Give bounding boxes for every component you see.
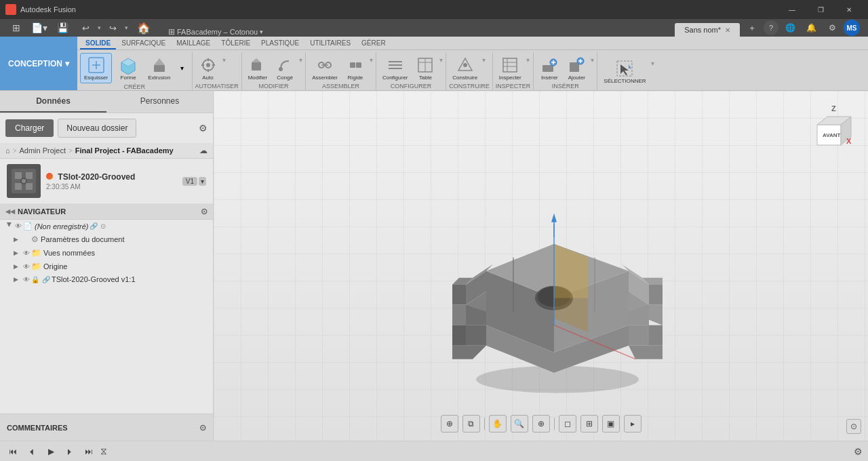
selectionner-tool[interactable]: SÉLECTIONNER (600, 57, 649, 86)
settings-gear-button[interactable]: ⚙ (823, 19, 842, 37)
nav-root-eye[interactable]: 👁 (15, 222, 22, 230)
panel-settings-icon[interactable]: ⚙ (199, 123, 208, 134)
file-item[interactable]: TSlot-2020-Grooved 2:30:35 AM V1 ▾ (0, 159, 213, 204)
viewport[interactable]: Z AVANT X ⊕ ⧉ ✋ 🔍 ⊕ (214, 91, 868, 441)
restore-button[interactable]: ❐ (807, 0, 834, 19)
new-tab-button[interactable]: + (743, 19, 762, 37)
active-tab[interactable]: Sans nom* ✕ (675, 23, 740, 37)
redo-dropdown[interactable]: ▾ (122, 19, 130, 37)
inserer-more-tool[interactable]: Ajouter (564, 54, 589, 83)
table-tool[interactable]: Table (412, 54, 438, 83)
pan-button[interactable]: ✋ (489, 415, 507, 433)
nav-tslot-arrow[interactable]: ▶ (14, 276, 22, 283)
help-button[interactable]: ? (764, 20, 778, 35)
version-dropdown-icon[interactable]: ▾ (199, 177, 206, 186)
home-breadcrumb-icon[interactable]: ⌂ (5, 146, 10, 155)
admin-project-link[interactable]: Admin Project (20, 146, 66, 155)
tab-close-icon[interactable]: ✕ (725, 26, 730, 34)
forward-end-button[interactable]: ⏭ (81, 444, 96, 459)
selectionner-dropdown-icon[interactable]: ▾ (651, 60, 654, 67)
play-button[interactable]: ▶ (43, 444, 58, 459)
creer-more[interactable]: ▾ (176, 58, 189, 79)
nav-root-arrow[interactable]: ▶ (6, 222, 13, 230)
navigator-close-icon[interactable]: ⊙ (201, 207, 208, 216)
nav-views-eye[interactable]: 👁 (23, 249, 30, 257)
inserer-dropdown-icon[interactable]: ▾ (591, 56, 594, 64)
view-modes-button[interactable]: ⧉ (462, 415, 480, 433)
environment-button[interactable]: ▣ (602, 415, 620, 433)
tab-tolerie[interactable]: TÔLERIE (216, 38, 256, 49)
project-name[interactable]: FABacademy – Cotonou (177, 28, 258, 36)
zoom-fit-button[interactable]: ⊕ (532, 415, 550, 433)
conge-tool[interactable]: Congé (272, 54, 298, 83)
conception-dropdown-button[interactable]: CONCEPTION ▾ (0, 37, 77, 90)
playback-settings-icon[interactable]: ⚙ (854, 446, 863, 457)
undo-button[interactable]: ↩ (76, 19, 95, 37)
assembler-dropdown-icon[interactable]: ▾ (370, 56, 373, 64)
comments-gear-icon[interactable]: ⊙ (199, 423, 206, 433)
view-cube[interactable]: Z AVANT X (807, 104, 854, 152)
next-frame-button[interactable]: ⏵ (62, 444, 77, 459)
tab-gerer[interactable]: GÉRER (356, 38, 391, 49)
globe-button[interactable]: 🌐 (781, 19, 800, 37)
tab-plastique[interactable]: PLASTIQUE (256, 38, 304, 49)
file-menu-button[interactable]: 📄▾ (30, 19, 49, 37)
construire-tool[interactable]: Construire (449, 54, 481, 83)
more-controls-button[interactable]: ▸ (624, 415, 642, 433)
extrude-tool[interactable]: Extrusion (144, 54, 174, 83)
configurer-dropdown-icon[interactable]: ▾ (439, 56, 443, 64)
inserer-tool[interactable]: Insérer (536, 54, 562, 83)
minimize-button[interactable]: — (778, 0, 806, 19)
automatiser-tool[interactable]: Auto (195, 54, 221, 83)
grid-settings-button[interactable]: ⊞ (580, 415, 598, 433)
nav-root-item[interactable]: ▶ 👁 📄 (Non enregistré) 🔗 ⊙ (0, 220, 213, 233)
nav-origin-arrow[interactable]: ▶ (14, 263, 22, 270)
inspecter-dropdown-icon[interactable]: ▾ (526, 56, 530, 64)
tab-solide[interactable]: SOLIDE (80, 38, 116, 49)
screen-capture-button[interactable]: ⊙ (846, 419, 861, 434)
save-button[interactable]: 💾 (53, 19, 72, 37)
automatiser-dropdown-icon[interactable]: ▾ (222, 56, 226, 64)
zoom-button[interactable]: 🔍 (511, 415, 528, 433)
assembler-tool[interactable]: Assembler (309, 54, 341, 83)
nav-params-item[interactable]: ▶ 👁 ⚙ Paramètres du document (0, 233, 213, 246)
close-button[interactable]: ✕ (835, 0, 863, 19)
timeline-icon[interactable]: ⧖ (100, 445, 107, 457)
tab-surfacique[interactable]: SURFACIQUE (116, 38, 171, 49)
prev-frame-button[interactable]: ⏴ (24, 444, 39, 459)
tab-maillage[interactable]: MAILLAGE (171, 38, 216, 49)
conge-label: Congé (277, 75, 293, 81)
user-avatar[interactable]: MS (844, 20, 860, 36)
sketch-tool[interactable]: Esquisser (80, 53, 112, 83)
nav-collapse-icon[interactable]: ◀◀ (5, 208, 15, 215)
bell-button[interactable]: 🔔 (802, 19, 821, 37)
configurer-tool[interactable]: Configurer (379, 54, 411, 83)
grid-view-button[interactable]: ⊞ (7, 19, 26, 37)
nav-origin-item[interactable]: ▶ 👁 📁 Origine (0, 260, 213, 273)
modifier-tool[interactable]: Modifier (245, 54, 271, 83)
personnes-tab[interactable]: Personnes (106, 91, 213, 113)
cloud-sync-icon[interactable]: ☁ (199, 146, 208, 155)
nav-origin-eye[interactable]: 👁 (23, 263, 30, 270)
display-settings-button[interactable]: ◻ (559, 415, 576, 433)
home-button[interactable]: 🏠 (134, 19, 153, 37)
modifier-dropdown-icon[interactable]: ▾ (299, 56, 302, 64)
redo-button[interactable]: ↪ (103, 19, 122, 37)
donnees-tab[interactable]: Données (0, 91, 106, 113)
tab-utilitaires[interactable]: UTILITAIRES (304, 38, 356, 49)
nav-views-item[interactable]: ▶ 👁 📁 Vues nommées (0, 246, 213, 260)
nav-views-arrow[interactable]: ▶ (14, 249, 22, 256)
charger-button[interactable]: Charger (5, 119, 54, 137)
rewind-start-button[interactable]: ⏮ (5, 444, 20, 459)
nav-params-arrow[interactable]: ▶ (14, 236, 22, 243)
undo-dropdown[interactable]: ▾ (95, 19, 103, 37)
version-badge[interactable]: V1 (182, 177, 197, 186)
nav-tslot-eye[interactable]: 👁 (23, 276, 30, 283)
orbit-control-button[interactable]: ⊕ (441, 415, 458, 433)
nouveau-dossier-button[interactable]: Nouveau dossier (58, 119, 136, 138)
form-tool[interactable]: Forme (113, 54, 143, 83)
inspecter-tool[interactable]: Inspecter (496, 54, 525, 83)
rigide-tool[interactable]: Rigide (342, 54, 368, 83)
construire-dropdown-icon[interactable]: ▾ (482, 56, 486, 64)
nav-tslot-item[interactable]: ▶ 👁 🔒 🔗 TSlot-2020-Grooved v1:1 (0, 273, 213, 285)
